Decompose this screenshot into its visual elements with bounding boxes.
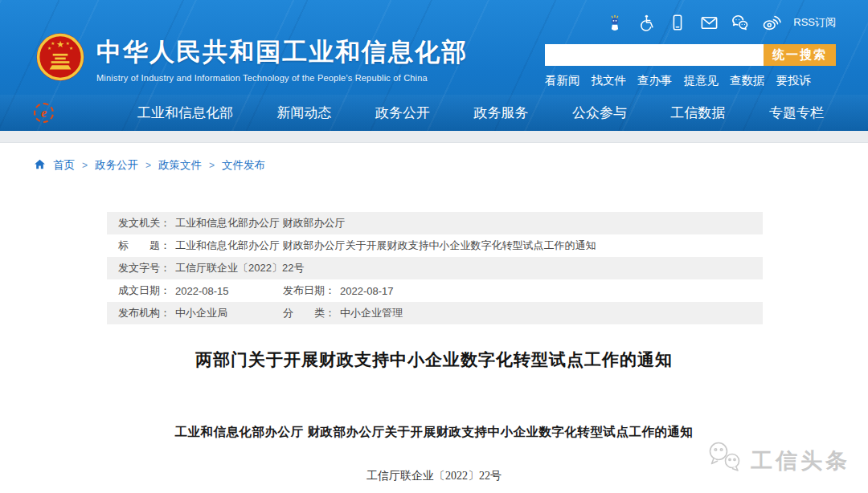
svg-text:★: ★ <box>69 46 73 51</box>
crumb-separator: > <box>209 160 215 171</box>
search-input[interactable] <box>545 44 764 66</box>
site-banner: RSS订阅 ★ ★ ★ ★ ★ 中华人民共和国工业和信息化部 Ministry … <box>0 0 868 131</box>
meta-row-publisher: 发布机构： 中小企业局 分 类： 中小企业管理 <box>107 302 763 324</box>
quick-link-files[interactable]: 找文件 <box>592 73 627 88</box>
wechat-icon[interactable] <box>731 13 750 32</box>
crumb-file-release[interactable]: 文件发布 <box>222 158 265 173</box>
search-area: 统一搜索 看新闻 找文件 查办事 提意见 查数据 要投诉 <box>545 44 836 88</box>
meta-value: 工业和信息化部办公厅 财政部办公厅 <box>175 216 346 230</box>
meta-value: 工业和信息化部办公厅 财政部办公厅关于开展财政支持中小企业数字化转型试点工作的通… <box>175 238 596 253</box>
svg-text:★: ★ <box>66 41 70 46</box>
rss-subscribe-link[interactable]: RSS订阅 <box>793 15 836 30</box>
meta-label: 发布机构： <box>118 306 170 320</box>
unified-search-button[interactable]: 统一搜索 <box>764 44 836 66</box>
top-utility-bar: RSS订阅 <box>605 13 836 32</box>
ministry-name-en: Ministry of Industry and Information Tec… <box>96 73 468 83</box>
mail-icon[interactable] <box>699 13 719 32</box>
meta-label: 发文机关： <box>118 216 170 230</box>
meta-value: 中小企业管理 <box>340 306 403 320</box>
meta-label: 发文字号： <box>118 261 170 275</box>
brand-text: 中华人民共和国工业和信息化部 Ministry of Industry and … <box>96 35 468 83</box>
meta-value: 2022-08-17 <box>340 285 394 297</box>
main-nav: e 工业和信息化部 新闻动态 政务公开 政务服务 公众参与 工信数据 专题专栏 <box>0 95 868 131</box>
meta-label: 发布日期： <box>283 283 335 298</box>
watermark: 工信头条 <box>706 441 850 480</box>
quick-link-complain[interactable]: 要投诉 <box>776 73 812 88</box>
crumb-separator: > <box>82 160 88 171</box>
meta-row-issuing-agency: 发文机关： 工业和信息化部办公厅 财政部办公厅 <box>107 212 763 234</box>
meta-label: 分 类： <box>283 306 335 320</box>
meta-row-doc-number: 发文字号： 工信厅联企业〔2022〕22号 <box>107 257 763 279</box>
meta-value: 工信厅联企业〔2022〕22号 <box>175 261 304 275</box>
crumb-policy-files[interactable]: 政策文件 <box>158 158 202 173</box>
meta-value: 中小企业局 <box>175 306 227 320</box>
svg-text:★: ★ <box>47 46 51 51</box>
nav-item-news[interactable]: 新闻动态 <box>277 104 332 122</box>
quick-link-suggest[interactable]: 提意见 <box>684 73 719 88</box>
document-subtitle: 工业和信息化部办公厅 财政部办公厅关于开展财政支持中小企业数字化转型试点工作的通… <box>0 424 868 441</box>
nav-item-data[interactable]: 工信数据 <box>671 104 726 122</box>
accessibility-icon[interactable] <box>637 13 656 32</box>
header-divider <box>0 131 868 143</box>
home-icon[interactable] <box>34 158 46 173</box>
wechat-bubbles-icon <box>706 441 744 480</box>
quick-link-data[interactable]: 查数据 <box>730 73 765 88</box>
mobile-icon[interactable] <box>668 13 687 32</box>
meta-label: 成文日期： <box>118 283 170 298</box>
nav-item-home[interactable]: 工业和信息化部 <box>137 104 233 122</box>
meta-row-dates: 成文日期： 2022-08-15 发布日期： 2022-08-17 <box>107 279 763 302</box>
page-title: 两部门关于开展财政支持中小企业数字化转型试点工作的通知 <box>0 348 868 371</box>
quick-link-news[interactable]: 看新闻 <box>545 73 580 88</box>
miit-e-logo-icon: e <box>34 103 54 123</box>
meta-value: 2022-08-15 <box>175 285 229 297</box>
document-meta-table: 发文机关： 工业和信息化部办公厅 财政部办公厅 标 题： 工业和信息化部办公厅 … <box>107 212 763 324</box>
meta-label: 标 题： <box>118 238 170 253</box>
crumb-home[interactable]: 首页 <box>53 158 75 173</box>
meta-row-title: 标 题： 工业和信息化部办公厅 财政部办公厅关于开展财政支持中小企业数字化转型试… <box>107 234 763 257</box>
quick-links: 看新闻 找文件 查办事 提意见 查数据 要投诉 <box>545 73 836 88</box>
crumb-separator: > <box>145 160 151 171</box>
nav-item-gov-service[interactable]: 政务服务 <box>474 104 529 122</box>
nav-item-participation[interactable]: 公众参与 <box>572 104 627 122</box>
national-emblem-icon: ★ ★ ★ ★ ★ <box>35 32 85 85</box>
nav-item-gov-info[interactable]: 政务公开 <box>375 104 430 122</box>
breadcrumb: 首页 > 政务公开 > 政策文件 > 文件发布 <box>34 158 868 173</box>
watermark-label: 工信头条 <box>751 446 850 475</box>
svg-text:★: ★ <box>51 41 55 46</box>
nav-item-topics[interactable]: 专题专栏 <box>769 104 824 122</box>
weibo-icon[interactable] <box>762 13 781 32</box>
ai-assistant-icon[interactable] <box>605 13 624 32</box>
ministry-name-cn: 中华人民共和国工业和信息化部 <box>96 35 468 69</box>
quick-link-services[interactable]: 查办事 <box>637 73 673 88</box>
site-brand[interactable]: ★ ★ ★ ★ ★ 中华人民共和国工业和信息化部 Ministry of Ind… <box>35 32 468 85</box>
crumb-gov-info[interactable]: 政务公开 <box>95 158 138 173</box>
svg-text:★: ★ <box>56 39 64 49</box>
